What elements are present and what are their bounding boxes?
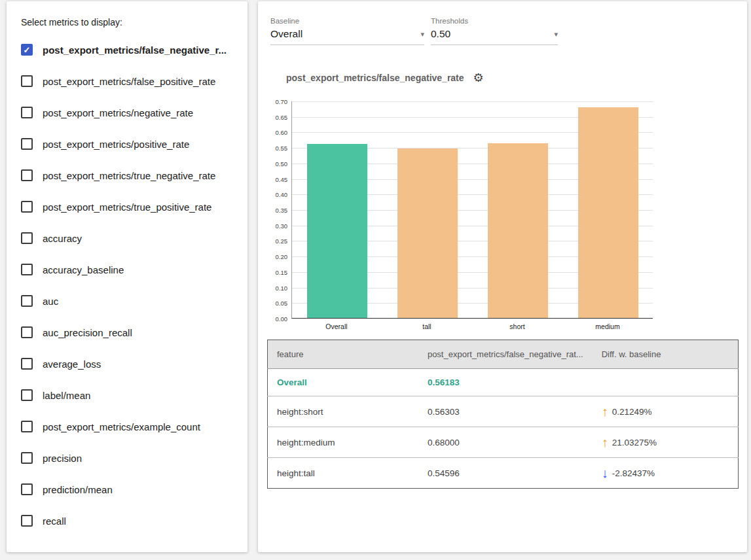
metric-checkbox-item[interactable]: post_export_metrics/true_positive_rate — [21, 191, 234, 222]
bar-tall[interactable] — [397, 149, 458, 318]
metric-label: prediction/mean — [43, 484, 113, 495]
chevron-down-icon: ▾ — [420, 30, 424, 39]
metric-label: post_export_metrics/true_positive_rate — [43, 201, 211, 213]
checkbox-unchecked-icon[interactable] — [21, 264, 33, 275]
metric-checkbox-item[interactable]: prediction/mean — [21, 474, 234, 505]
checkbox-unchecked-icon[interactable] — [21, 169, 33, 181]
table-row[interactable]: height:short0.56303↑0.21249% — [268, 396, 739, 427]
metric-label: precision — [43, 453, 82, 464]
table-row[interactable]: height:medium0.68000↑21.03275% — [268, 427, 739, 458]
checkbox-unchecked-icon[interactable] — [21, 295, 33, 307]
x-axis-tick-label: tall — [382, 323, 472, 330]
chart-gridline — [292, 101, 653, 102]
y-axis-tick-label: 0.55 — [264, 145, 287, 152]
diff-value: 0.21249% — [612, 407, 652, 417]
controls-bar: Baseline Overall ▾ Thresholds 0.50 ▾ — [270, 17, 558, 45]
y-axis-tick-label: 0.05 — [264, 300, 287, 307]
feature-cell: height:short — [268, 396, 418, 427]
metric-checkbox-item[interactable]: post_export_metrics/positive_rate — [21, 128, 234, 160]
bar-medium[interactable] — [578, 107, 638, 319]
metric-checkbox-item[interactable]: ✓post_export_metrics/false_negative_r... — [21, 34, 234, 65]
table-row[interactable]: height:tall0.54596↓-2.82437% — [268, 458, 739, 489]
y-axis-tick-label: 0.40 — [264, 191, 287, 198]
metric-checkbox-item[interactable]: post_export_metrics/negative_rate — [21, 97, 234, 128]
metric-value-cell: 0.68000 — [418, 427, 593, 458]
checkbox-unchecked-icon[interactable] — [21, 515, 33, 527]
checkbox-unchecked-icon[interactable] — [21, 75, 33, 87]
y-axis-tick-label: 0.70 — [264, 98, 287, 105]
checkbox-unchecked-icon[interactable] — [21, 421, 33, 432]
metric-label: post_export_metrics/positive_rate — [43, 139, 189, 150]
chart-plot-area — [291, 101, 653, 319]
table-row[interactable]: Overall0.56183 — [268, 369, 739, 396]
trend-down-icon: ↓ — [602, 466, 608, 480]
metric-checkbox-item[interactable]: average_loss — [21, 348, 234, 379]
checkbox-checked-icon[interactable]: ✓ — [21, 44, 33, 56]
y-axis-tick-label: 0.35 — [264, 207, 287, 214]
metric-label: post_export_metrics/false_negative_r... — [43, 44, 227, 56]
metric-label: label/mean — [43, 390, 90, 401]
metrics-table: featurepost_export_metrics/false_negativ… — [267, 340, 739, 489]
y-axis-tick-label: 0.30 — [264, 222, 287, 230]
metric-value-cell: 0.56183 — [418, 369, 593, 396]
fairness-indicators-app: Select metrics to display: ✓post_export_… — [0, 0, 751, 560]
feature-cell: Overall — [268, 369, 418, 396]
metric-label: auc_precision_recall — [43, 327, 132, 338]
table-header-cell: post_export_metrics/false_negative_rat..… — [418, 340, 593, 369]
metric-checkbox-item[interactable]: auc — [21, 285, 234, 317]
metric-checkbox-item[interactable]: accuracy_baseline — [21, 254, 234, 285]
metric-checkbox-item[interactable]: label/mean — [21, 379, 234, 411]
baseline-label: Baseline — [270, 17, 424, 25]
gear-icon[interactable]: ⚙ — [473, 72, 484, 84]
y-axis-tick-label: 0.60 — [264, 129, 287, 136]
metric-label: post_export_metrics/false_positive_rate — [43, 76, 215, 87]
metric-checkbox-item[interactable]: post_export_metrics/true_negative_rate — [21, 160, 234, 191]
thresholds-dropdown[interactable]: Thresholds 0.50 ▾ — [431, 17, 558, 45]
diff-value: 21.03275% — [612, 438, 657, 447]
y-axis-tick-label: 0.00 — [264, 315, 287, 323]
metric-list: ✓post_export_metrics/false_negative_r...… — [21, 34, 234, 536]
checkbox-unchecked-icon[interactable] — [21, 358, 33, 370]
metric-checkbox-item[interactable]: recall — [21, 505, 234, 536]
baseline-value: Overall — [270, 28, 302, 40]
chevron-down-icon: ▾ — [554, 30, 558, 39]
checkbox-unchecked-icon[interactable] — [21, 452, 33, 464]
checkbox-unchecked-icon[interactable] — [21, 389, 33, 401]
checkbox-unchecked-icon[interactable] — [21, 107, 33, 118]
trend-up-icon: ↑ — [602, 405, 608, 418]
metric-label: post_export_metrics/example_count — [43, 421, 200, 432]
diff-value: -2.82437% — [612, 468, 655, 478]
metric-value-cell: 0.54596 — [418, 458, 593, 489]
chart-title: post_export_metrics/false_negative_rate — [286, 73, 464, 83]
bar-overall[interactable] — [307, 144, 367, 318]
metric-checkbox-item[interactable]: post_export_metrics/false_positive_rate — [21, 65, 234, 97]
table-header-row: featurepost_export_metrics/false_negativ… — [268, 340, 739, 369]
y-axis-tick-label: 0.25 — [264, 237, 287, 245]
y-axis-tick-label: 0.45 — [264, 176, 287, 183]
metric-checkbox-item[interactable]: precision — [21, 442, 234, 474]
metric-checkbox-item[interactable]: accuracy — [21, 222, 234, 254]
metric-selector-panel: Select metrics to display: ✓post_export_… — [7, 1, 247, 552]
bar-short[interactable] — [488, 143, 548, 318]
bar-chart: 0.000.050.100.150.200.250.300.350.400.45… — [264, 101, 670, 337]
checkbox-unchecked-icon[interactable] — [21, 326, 33, 338]
metric-label: average_loss — [43, 359, 101, 370]
y-axis-tick-label: 0.15 — [264, 269, 287, 276]
feature-cell: height:medium — [268, 427, 418, 458]
metric-selector-title: Select metrics to display: — [21, 17, 234, 27]
x-axis-tick-label: short — [472, 323, 562, 330]
y-axis-tick-label: 0.65 — [264, 114, 287, 121]
metric-label: accuracy_baseline — [43, 264, 124, 275]
metric-checkbox-item[interactable]: post_export_metrics/example_count — [21, 411, 234, 442]
table-header-cell: feature — [268, 340, 418, 369]
y-axis-tick-label: 0.20 — [264, 253, 287, 260]
baseline-dropdown[interactable]: Baseline Overall ▾ — [270, 17, 424, 45]
checkbox-unchecked-icon[interactable] — [21, 138, 33, 150]
chart-header: post_export_metrics/false_negative_rate … — [286, 72, 484, 84]
y-axis-tick-label: 0.50 — [264, 160, 287, 167]
table-header-cell: Diff. w. baseline — [593, 340, 739, 369]
metric-checkbox-item[interactable]: auc_precision_recall — [21, 317, 234, 348]
checkbox-unchecked-icon[interactable] — [21, 201, 33, 213]
checkbox-unchecked-icon[interactable] — [21, 232, 33, 244]
checkbox-unchecked-icon[interactable] — [21, 483, 33, 495]
